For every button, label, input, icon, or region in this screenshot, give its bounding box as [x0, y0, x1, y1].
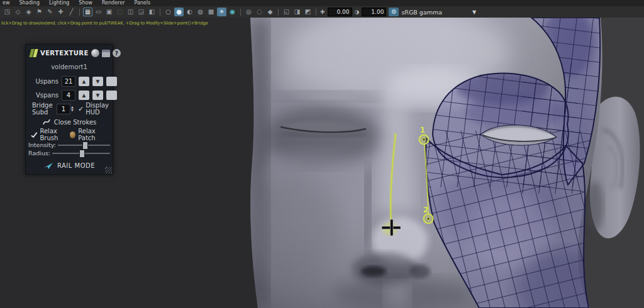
intensity-label: Intensity: [28, 141, 56, 148]
resolution-gate-icon[interactable]: ▣ [104, 8, 114, 16]
occlusion-icon[interactable]: ◌ [255, 8, 264, 16]
close-strokes-label: Close Strokes [54, 119, 97, 126]
textured-shading-icon[interactable]: ◍ [196, 8, 205, 16]
panel-title: VERTEXTURE [40, 50, 89, 57]
relax-patch-button[interactable]: Relax Patch [70, 128, 108, 141]
panel-resize-grip[interactable] [105, 167, 112, 173]
relax-brush-icon [31, 131, 37, 138]
spinner-down-icon[interactable]: ▼ [71, 109, 74, 112]
vertexture-panel-header: VERTEXTURE ? [26, 45, 113, 62]
safe-action-icon[interactable]: ◲ [136, 8, 146, 16]
intensity-slider-row: Intensity: [26, 141, 113, 149]
toolbar-divider [240, 9, 241, 16]
crosshair-icon [391, 219, 394, 236]
gamma-field[interactable]: 1.00 [362, 8, 386, 16]
relax-brush-label: Relax Brush [40, 128, 70, 141]
snapshot-icon[interactable]: ◨ [292, 8, 302, 16]
menu-item-panels[interactable]: Panels [134, 0, 150, 6]
bridge-subd-field[interactable]: 1 [57, 104, 70, 114]
vspans-field[interactable]: 4 [62, 90, 75, 101]
intensity-slider[interactable] [58, 145, 110, 146]
target-mesh-name: voldemort1 [26, 62, 113, 74]
motion-blur-icon[interactable]: ◆ [265, 8, 275, 16]
checkered-icon[interactable]: ▩ [206, 8, 216, 16]
contrast-icon[interactable]: ◑ [355, 9, 360, 15]
vertexture-logo-icon [29, 48, 38, 58]
view-cube-icon[interactable]: ◳ [3, 8, 12, 16]
rail-mode-label: RAIL MODE [57, 162, 95, 169]
bridge-subd-spinner[interactable]: ▲ ▼ [71, 106, 74, 112]
snap-mode-icon[interactable]: ╱ [67, 8, 76, 16]
help-icon[interactable]: ? [113, 49, 121, 57]
vspans-increase-button[interactable]: ▲ [79, 91, 89, 100]
application-window: ewShadingLightingShowRendererPanels ◳◇◈⚑… [0, 0, 644, 308]
wireframe-shading-icon[interactable]: ○ [164, 8, 173, 16]
vspans-label: Vspans [30, 92, 58, 99]
window-mode-icon[interactable] [102, 50, 110, 57]
camera-select-icon[interactable]: ◈ [24, 8, 33, 16]
stroke-point-1-label: 1 [420, 126, 425, 135]
relax-patch-icon [70, 131, 75, 138]
pan-zoom-icon[interactable]: ✚ [56, 8, 65, 16]
uspans-field[interactable]: 21 [62, 76, 75, 87]
grid-icon[interactable]: ▦ [83, 8, 92, 16]
close-strokes-button[interactable]: Close Strokes [26, 116, 113, 128]
stroke-point-2-label: 2 [423, 206, 428, 214]
bookmark-icon[interactable]: ⚑ [35, 8, 44, 16]
toolbar-divider [160, 9, 160, 16]
relax-row: Relax Brush Relax Patch [26, 128, 113, 141]
chevron-down-icon[interactable]: ▼ [472, 9, 476, 15]
bridge-subd-label: Bridge Subd [32, 102, 54, 116]
rail-mode-button[interactable]: RAIL MODE [26, 157, 113, 174]
rail-mode-icon [43, 162, 53, 170]
uspans-label: Uspans [30, 78, 58, 85]
bridge-subd-row: Bridge Subd 1 ▲ ▼ ✓ Display HUD [26, 102, 113, 116]
toolbar-divider [316, 9, 316, 16]
toolbar-divider [278, 9, 279, 16]
uspans-swatch-button[interactable] [106, 77, 117, 86]
radius-slider[interactable] [52, 153, 110, 154]
radius-label: Radius: [28, 150, 50, 157]
menu-item-show[interactable]: Show [79, 0, 92, 6]
wireframe-on-shaded-icon[interactable]: ◐ [185, 8, 194, 16]
uspans-increase-button[interactable]: ▲ [79, 77, 89, 86]
smooth-shading-icon[interactable]: ● [174, 8, 184, 16]
vspans-swatch-button[interactable] [106, 91, 117, 100]
menu-item-shading[interactable]: Shading [19, 0, 40, 6]
vspans-decrease-button[interactable]: ▼ [92, 91, 103, 100]
radius-slider-row: Radius: [26, 149, 113, 157]
multisample-icon[interactable]: ◩ [303, 8, 313, 16]
field-chart-icon[interactable]: ◫ [126, 8, 135, 16]
image-plane-icon[interactable]: ✎ [45, 8, 55, 16]
radius-slider-handle[interactable] [79, 150, 85, 158]
relax-patch-label: Relax Patch [78, 128, 108, 141]
viewport-menu-bar: ewShadingLightingShowRendererPanels [0, 0, 644, 6]
menu-item-ew[interactable]: ew [3, 0, 9, 6]
toolbar-divider [79, 9, 80, 16]
toolbar-icon-group: ◳◇◈⚑✎✚╱▦▭▣▢◫◲◧○●◐◍▩☀◉◎◌◆◱◨◩ [2, 8, 319, 16]
film-gate-icon[interactable]: ▭ [94, 8, 103, 16]
gate-mask-icon[interactable]: ▢ [115, 8, 125, 16]
menu-item-renderer[interactable]: Renderer [102, 0, 125, 6]
display-hud-label: Display HUD [86, 102, 109, 116]
uspans-decrease-button[interactable]: ▼ [92, 77, 103, 86]
vspans-row: Vspans 4 ▲ ▼ [26, 88, 113, 102]
tool-hint-text: lick+Drag to draw/extend, click+Drag poi… [1, 21, 208, 26]
camera-home-icon[interactable]: ◇ [13, 8, 23, 16]
color-management-gear-icon[interactable]: ⚙ [389, 8, 399, 16]
exposure-icon[interactable]: ✚ [320, 9, 325, 15]
close-strokes-icon [42, 118, 51, 126]
two-sided-lighting-icon[interactable]: ◉ [228, 8, 237, 16]
view-transform-dropdown[interactable]: sRGB gamma [401, 9, 442, 16]
safe-title-icon[interactable]: ◧ [147, 8, 157, 16]
shadows-icon[interactable]: ◎ [244, 8, 253, 16]
sphere-preview-icon[interactable] [91, 49, 99, 57]
exposure-field[interactable]: 0.00 [328, 8, 352, 16]
menu-item-lighting[interactable]: Lighting [49, 0, 69, 6]
intensity-slider-handle[interactable] [82, 141, 88, 150]
vertexture-panel[interactable]: VERTEXTURE ? voldemort1 Uspans 21 ▲ ▼ Vs… [25, 44, 113, 175]
use-all-lights-icon[interactable]: ☀ [217, 8, 226, 16]
relax-brush-button[interactable]: Relax Brush [31, 128, 70, 141]
display-hud-checkbox[interactable]: ✓ [78, 105, 84, 113]
isolate-select-icon[interactable]: ◱ [282, 8, 291, 16]
